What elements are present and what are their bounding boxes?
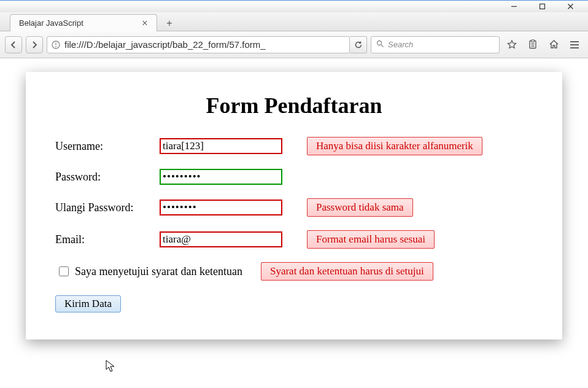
window-titlebar bbox=[0, 0, 588, 12]
home-icon[interactable] bbox=[545, 36, 562, 53]
tab-title: Belajar JavaScript bbox=[19, 18, 83, 28]
bookmark-star-icon[interactable] bbox=[503, 36, 520, 53]
row-username: Username: Hanya bisa diisi karakter alfa… bbox=[55, 137, 533, 155]
browser-tabstrip: Belajar JavaScript × + bbox=[0, 12, 588, 31]
back-button[interactable] bbox=[5, 36, 22, 53]
svg-rect-1 bbox=[540, 4, 544, 9]
input-email[interactable] bbox=[160, 231, 282, 247]
tab-close-button[interactable]: × bbox=[139, 18, 150, 29]
window-maximize-button[interactable] bbox=[528, 1, 556, 13]
svg-point-7 bbox=[377, 41, 382, 45]
page-heading: Form Pendaftaran bbox=[55, 93, 533, 118]
browser-toolbar: file:///D:/belajar_javascript/bab_22_for… bbox=[0, 31, 588, 58]
submit-button[interactable]: Kirim Data bbox=[55, 295, 121, 312]
window-minimize-button[interactable] bbox=[500, 1, 528, 13]
input-password-repeat[interactable] bbox=[160, 200, 282, 215]
label-password-repeat: Ulangi Password: bbox=[55, 201, 160, 214]
browser-tab-active[interactable]: Belajar JavaScript × bbox=[10, 14, 157, 31]
label-terms[interactable]: Saya menyetujui syarat dan ketentuan bbox=[75, 265, 242, 278]
forward-button[interactable] bbox=[26, 36, 43, 53]
error-username: Hanya bisa diisi karakter alfanumerik bbox=[307, 137, 482, 155]
checkbox-terms[interactable] bbox=[59, 266, 69, 276]
row-terms: Saya menyetujui syarat dan ketentuan Sya… bbox=[55, 262, 533, 281]
row-password-repeat: Ulangi Password: Password tidak sama bbox=[55, 198, 533, 217]
search-icon bbox=[376, 40, 384, 50]
label-username: Username: bbox=[55, 140, 160, 153]
mouse-cursor-icon bbox=[106, 360, 117, 373]
input-username[interactable] bbox=[160, 138, 282, 154]
url-text: file:///D:/belajar_javascript/bab_22_for… bbox=[64, 39, 346, 50]
clipboard-icon[interactable] bbox=[524, 36, 541, 53]
site-identity-icon[interactable] bbox=[51, 40, 61, 50]
window-close-button[interactable] bbox=[556, 1, 584, 13]
row-email: Email: Format email harus sesuai bbox=[55, 230, 533, 249]
form-card: Form Pendaftaran Username: Hanya bisa di… bbox=[26, 72, 562, 340]
label-email: Email: bbox=[55, 233, 160, 246]
input-password[interactable] bbox=[160, 169, 282, 185]
svg-point-6 bbox=[55, 46, 56, 47]
svg-line-8 bbox=[381, 45, 384, 47]
row-password: Password: bbox=[55, 169, 533, 185]
error-email: Format email harus sesuai bbox=[307, 230, 435, 249]
url-bar[interactable]: file:///D:/belajar_javascript/bab_22_for… bbox=[47, 36, 350, 53]
reload-button[interactable] bbox=[350, 36, 367, 53]
search-placeholder: Search bbox=[388, 40, 413, 49]
menu-icon[interactable] bbox=[566, 36, 583, 53]
error-password-repeat: Password tidak sama bbox=[307, 198, 413, 217]
search-box[interactable]: Search bbox=[371, 36, 500, 53]
page-viewport: Form Pendaftaran Username: Hanya bisa di… bbox=[0, 58, 588, 388]
label-password: Password: bbox=[55, 171, 160, 184]
new-tab-button[interactable]: + bbox=[161, 16, 178, 31]
error-terms: Syarat dan ketentuan harus di setujui bbox=[261, 262, 433, 281]
svg-rect-10 bbox=[532, 40, 535, 42]
